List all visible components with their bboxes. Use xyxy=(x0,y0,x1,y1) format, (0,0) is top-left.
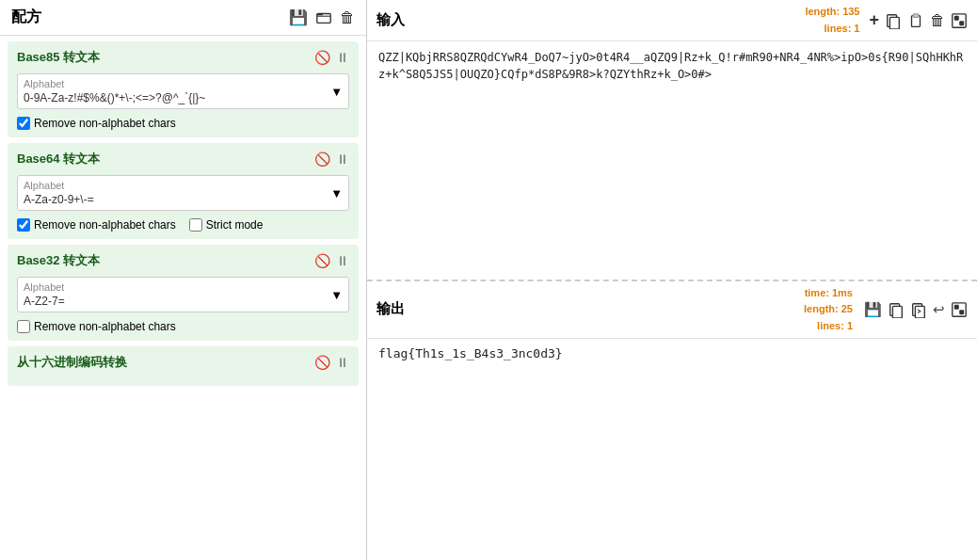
input-length-label: length: xyxy=(805,6,840,17)
base85-block: Base85 转文本 🚫 ⏸ Alphabet 0-9A-Za-z!#$%&()… xyxy=(8,41,359,137)
base32-alphabet-label: Alphabet xyxy=(24,281,65,293)
fromhex-pause-icon[interactable]: ⏸ xyxy=(336,355,349,370)
svg-rect-8 xyxy=(960,21,964,24)
output-expand-icon[interactable] xyxy=(951,301,968,318)
input-add-icon[interactable]: + xyxy=(869,10,879,30)
base32-alphabet-dropdown[interactable]: Alphabet A-Z2-7= ▼ xyxy=(17,277,349,312)
base64-strict-checkbox[interactable] xyxy=(189,218,202,232)
base32-dropdown-arrow: ▼ xyxy=(330,288,343,302)
input-length-value: 135 xyxy=(842,6,859,17)
base64-checkbox-row: Remove non-alphabet chars Strict mode xyxy=(17,218,349,232)
base85-block-header: Base85 转文本 🚫 ⏸ xyxy=(17,49,349,66)
output-lines-value: 1 xyxy=(847,320,853,331)
base85-disable-icon[interactable]: 🚫 xyxy=(314,50,330,65)
fromhex-disable-icon[interactable]: 🚫 xyxy=(314,355,330,370)
input-lines-value: 1 xyxy=(854,23,859,34)
svg-rect-13 xyxy=(953,303,966,316)
base32-disable-icon[interactable]: 🚫 xyxy=(314,253,330,268)
output-area-header: 输出 time: 1ms length: 25 lines: 1 💾 ↩ xyxy=(367,281,977,340)
base64-remove-checkbox[interactable] xyxy=(17,218,30,232)
base32-alphabet-value: A-Z2-7= xyxy=(24,295,65,308)
base32-block-header: Base32 转文本 🚫 ⏸ xyxy=(17,252,349,269)
base64-alphabet-wrapper: Alphabet A-Za-z0-9+\-= ▼ xyxy=(17,175,349,211)
left-content: Base85 转文本 🚫 ⏸ Alphabet 0-9A-Za-z!#$%&()… xyxy=(0,36,366,560)
base32-block: Base32 转文本 🚫 ⏸ Alphabet A-Z2-7= ▼ xyxy=(8,245,359,341)
base64-alphabet-dropdown[interactable]: Alphabet A-Za-z0-9+\-= ▼ xyxy=(17,175,349,211)
base32-pause-icon[interactable]: ⏸ xyxy=(336,253,349,268)
input-lines-label: lines: xyxy=(825,23,852,34)
input-area: 输入 length: 135 lines: 1 + 🗑 xyxy=(367,0,977,281)
fromhex-block: 从十六进制编码转换 🚫 ⏸ xyxy=(8,346,359,386)
fromhex-controls: 🚫 ⏸ xyxy=(314,355,349,370)
base85-alphabet-label: Alphabet xyxy=(24,78,205,89)
fromhex-block-header: 从十六进制编码转换 🚫 ⏸ xyxy=(17,354,349,371)
delete-recipe-icon[interactable]: 🗑 xyxy=(340,9,355,26)
base32-title: Base32 转文本 xyxy=(17,252,100,269)
base64-remove-label[interactable]: Remove non-alphabet chars xyxy=(17,218,176,232)
base85-alphabet-wrapper: Alphabet 0-9A-Za-z!#$%&()*+\-;<=>?@^_`{|… xyxy=(17,73,349,109)
output-undo-icon[interactable]: ↩ xyxy=(933,301,945,318)
base85-remove-checkbox[interactable] xyxy=(17,117,30,130)
open-recipe-icon[interactable] xyxy=(315,8,332,26)
output-save-icon[interactable]: 💾 xyxy=(864,301,882,318)
svg-rect-14 xyxy=(955,305,959,309)
base64-block: Base64 转文本 🚫 ⏸ Alphabet A-Za-z0-9+\-= ▼ xyxy=(8,143,359,239)
input-expand-icon[interactable] xyxy=(951,12,968,29)
output-meta-icons: time: 1ms length: 25 lines: 1 💾 ↩ xyxy=(804,285,968,335)
recipe-title: 配方 xyxy=(11,8,41,27)
base32-alphabet-wrapper: Alphabet A-Z2-7= ▼ xyxy=(17,277,349,312)
output-length-value: 25 xyxy=(841,303,853,314)
output-length-label: length: xyxy=(804,303,839,314)
base64-disable-icon[interactable]: 🚫 xyxy=(314,152,330,167)
base85-alphabet-dropdown[interactable]: Alphabet 0-9A-Za-z!#$%&()*+\-;<=>?@^_`{|… xyxy=(17,73,349,109)
base32-remove-text: Remove non-alphabet chars xyxy=(34,320,176,333)
base85-pause-icon[interactable]: ⏸ xyxy=(336,50,349,65)
base85-checkbox-row: Remove non-alphabet chars xyxy=(17,117,349,130)
base64-strict-text: Strict mode xyxy=(206,218,264,232)
input-content[interactable]: QZZ|KQbjRRS8QZRQdCYwR4_DoQ7~jyO>0t4R4__a… xyxy=(367,41,977,279)
output-content: flag{Th1s_1s_B4s3_3nc0d3} xyxy=(367,339,977,560)
input-header-right: length: 135 lines: 1 + 🗑 xyxy=(805,4,968,37)
output-area: 输出 time: 1ms length: 25 lines: 1 💾 ↩ xyxy=(367,281,977,561)
left-header: 配方 💾 🗑 xyxy=(0,0,366,36)
output-time-value: 1ms xyxy=(832,287,853,298)
svg-rect-15 xyxy=(960,311,964,314)
output-title: 输出 xyxy=(376,300,405,318)
svg-rect-6 xyxy=(953,13,966,26)
svg-rect-5 xyxy=(913,13,918,17)
base64-block-header: Base64 转文本 🚫 ⏸ xyxy=(17,151,349,168)
output-copy-icon[interactable] xyxy=(888,301,905,318)
output-meta: time: 1ms length: 25 lines: 1 xyxy=(804,285,853,335)
base32-remove-checkbox[interactable] xyxy=(17,320,30,333)
base64-alphabet-value: A-Za-z0-9+\-= xyxy=(24,193,94,206)
output-time-label: time: xyxy=(805,287,829,298)
base85-dropdown-arrow: ▼ xyxy=(330,85,343,99)
base32-checkbox-row: Remove non-alphabet chars xyxy=(17,320,349,333)
input-area-header: 输入 length: 135 lines: 1 + 🗑 xyxy=(367,0,977,41)
svg-rect-10 xyxy=(892,306,902,318)
input-copy-icon[interactable] xyxy=(885,12,902,29)
input-icons: + 🗑 xyxy=(869,10,968,30)
input-delete-icon[interactable]: 🗑 xyxy=(930,12,945,29)
base64-dropdown-arrow: ▼ xyxy=(330,186,343,200)
left-panel: 配方 💾 🗑 Base85 转文本 🚫 ⏸ Alphabet xyxy=(0,0,367,560)
base85-remove-text: Remove non-alphabet chars xyxy=(34,117,176,130)
save-recipe-icon[interactable]: 💾 xyxy=(289,8,308,26)
base32-controls: 🚫 ⏸ xyxy=(314,253,349,268)
recipe-header-icons: 💾 🗑 xyxy=(289,8,355,26)
base85-remove-label[interactable]: Remove non-alphabet chars xyxy=(17,117,176,130)
input-meta: length: 135 lines: 1 xyxy=(805,4,859,37)
input-title: 输入 xyxy=(376,11,405,29)
input-paste-icon[interactable] xyxy=(907,12,924,29)
base64-remove-text: Remove non-alphabet chars xyxy=(34,218,176,232)
output-lines-label: lines: xyxy=(817,320,844,331)
right-panel: 输入 length: 135 lines: 1 + 🗑 xyxy=(367,0,977,560)
base64-controls: 🚫 ⏸ xyxy=(314,152,349,167)
base64-title: Base64 转文本 xyxy=(17,151,100,168)
base85-controls: 🚫 ⏸ xyxy=(314,50,349,65)
base64-strict-label[interactable]: Strict mode xyxy=(189,218,264,232)
base64-pause-icon[interactable]: ⏸ xyxy=(336,152,349,167)
base64-alphabet-label: Alphabet xyxy=(24,180,94,191)
base32-remove-label[interactable]: Remove non-alphabet chars xyxy=(17,320,176,333)
output-copy2-icon[interactable] xyxy=(910,301,927,318)
